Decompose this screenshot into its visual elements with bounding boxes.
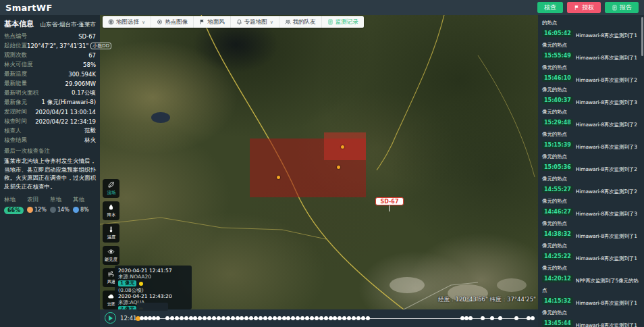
timeline-frame-dot[interactable] — [273, 316, 277, 320]
record-text: 的热点 — [542, 20, 557, 26]
timeline-frame-dot[interactable] — [300, 316, 304, 320]
popup-area: (0.08公顷) — [118, 287, 188, 293]
timeline-frame-dot[interactable] — [296, 316, 300, 320]
timeline-frame-dot[interactable] — [356, 316, 360, 320]
hotspot-marker[interactable]: SD-67 — [375, 197, 404, 205]
map-toolbar-item-我的队友[interactable]: 我的队友 — [279, 16, 322, 28]
timeline-frame-dot[interactable] — [291, 316, 295, 320]
timeline-frame-dot[interactable] — [468, 316, 473, 320]
timeline-frame-dot[interactable] — [366, 316, 370, 320]
timeline-frame-dot[interactable] — [361, 316, 365, 320]
record-item[interactable]: 15:46:10Himawari-8再次监测到了2像元的热点 — [542, 74, 641, 93]
record-item[interactable]: 14:25:22Himawari-8再次监测到了1像元的热点 — [542, 253, 641, 272]
timeline-frame-dot[interactable] — [226, 316, 230, 320]
timeline-frame-dot[interactable] — [531, 316, 535, 320]
timeline-frame-dot[interactable] — [282, 316, 286, 320]
layer-button-能见度[interactable]: 能见度 — [103, 246, 119, 265]
timeline-frame-dot[interactable] — [329, 316, 333, 320]
fire-pixel-dot[interactable] — [277, 176, 280, 179]
info-field-value: 范毅 — [84, 127, 96, 135]
map-canvas[interactable]: SD-67 地图选择∨热点图像地面风专题地图∨我的队友监测记录 流场降水温度能见… — [100, 15, 538, 309]
timeline-frame-dot[interactable] — [221, 316, 225, 320]
timeline-frame-dot[interactable] — [333, 316, 337, 320]
info-field-row: 发现时间2020/04/21 13:00:14 — [4, 107, 96, 117]
timeline-frame-dot[interactable] — [244, 316, 248, 320]
layer-button-温度[interactable]: 温度 — [103, 224, 119, 243]
landuse-percent-text: 14% — [57, 207, 70, 213]
timeline-frame-dot[interactable] — [217, 316, 221, 320]
info-header: 基本信息 山东省-烟台市-蓬莱市 — [4, 19, 96, 32]
timeline-frame-dot[interactable] — [268, 316, 272, 320]
map-toolbar-item-热点图像[interactable]: 热点图像 — [151, 16, 194, 28]
play-button[interactable] — [105, 312, 116, 324]
topbar-button-核查[interactable]: 核查 — [537, 2, 563, 13]
layer-button-降水[interactable]: 降水 — [103, 201, 119, 220]
timeline-frame-dot[interactable] — [352, 316, 356, 320]
record-item[interactable]: 14:46:27Himawari-8再次监测到了3像元的热点 — [542, 208, 641, 227]
fire-pixel-dot[interactable] — [337, 166, 340, 169]
timeline-frame-dot[interactable] — [286, 316, 290, 320]
fire-pixel-dot[interactable] — [341, 145, 344, 149]
timeline-frame-dot[interactable] — [193, 316, 197, 320]
record-item[interactable]: 14:38:32Himawari-8再次监测到了1像元的热点 — [542, 230, 641, 249]
record-item[interactable]: 15:05:36Himawari-8再次监测到了2像元的热点 — [542, 164, 641, 182]
info-field-value: 67 — [88, 52, 96, 59]
timeline-frame-dot[interactable] — [481, 316, 485, 320]
info-field-label: 观测次数 — [4, 51, 27, 59]
timeline-frame-dot[interactable] — [259, 316, 263, 320]
timeline-frame-dot[interactable] — [490, 316, 494, 320]
decimal-dd-toggle[interactable]: 小数DD — [90, 43, 111, 49]
timeline-frame-dot[interactable] — [249, 316, 253, 320]
timeline-frame-dot[interactable] — [198, 316, 202, 320]
timeline-frame-dot[interactable] — [231, 316, 235, 320]
timeline-frame-dot[interactable] — [277, 316, 281, 320]
timeline-frame-dot[interactable] — [305, 316, 309, 320]
timeline-frame-dot[interactable] — [165, 316, 169, 320]
timeline-frame-dot[interactable] — [254, 316, 258, 320]
record-item[interactable]: 14:15:32Himawari-8再次监测到了1像元的热点 — [542, 297, 641, 316]
timeline-frame-dot[interactable] — [184, 316, 188, 320]
record-item[interactable]: 15:29:48Himawari-8再次监测到了2像元的热点 — [542, 119, 641, 138]
record-item[interactable]: 15:15:39Himawari-8再次监测到了3像元的热点 — [542, 141, 641, 160]
timeline-frame-dot[interactable] — [203, 316, 207, 320]
record-item[interactable]: 16:05:42Himawari-8再次监测到了1像元的热点 — [542, 30, 641, 49]
map-toolbar-item-地面风[interactable]: 地面风 — [194, 16, 231, 28]
timeline-frame-dot[interactable] — [347, 316, 351, 320]
landuse-value: 12% — [27, 207, 50, 213]
timeline-frame-dot[interactable] — [207, 316, 211, 320]
flag-icon — [199, 19, 205, 25]
record-item[interactable]: 14:55:27Himawari-8再次监测到了2像元的热点 — [542, 186, 641, 205]
timeline-frame-dot[interactable] — [514, 316, 518, 320]
timeline-frame-dot[interactable] — [498, 316, 502, 320]
scrollbar[interactable] — [641, 17, 643, 56]
timeline-frame-dot[interactable] — [236, 316, 240, 320]
timeline-frame-dot[interactable] — [180, 316, 184, 320]
timeline-frame-dot[interactable] — [189, 316, 193, 320]
timeline-frame-dot[interactable] — [310, 316, 314, 320]
timeline-frame-dot[interactable] — [315, 316, 319, 320]
globe-icon — [108, 19, 114, 25]
info-field-value: SD-67 — [78, 33, 96, 40]
timeline-frame-dot[interactable] — [324, 316, 328, 320]
layer-button-流场[interactable]: 流场 — [103, 179, 119, 198]
timeline-frame-dot[interactable] — [319, 316, 323, 320]
record-item[interactable]: 的热点 — [542, 17, 641, 26]
record-item[interactable]: 15:40:37Himawari-8再次监测到了3像元的热点 — [542, 97, 641, 116]
timeline-frame-dot[interactable] — [170, 316, 174, 320]
timeline-frame-dot[interactable] — [212, 316, 216, 320]
record-item[interactable]: 14:20:12NPP再次监测到了5像元的热点 — [542, 275, 641, 294]
timeline-frame-dot[interactable] — [342, 316, 346, 320]
map-toolbar-item-监测记录[interactable]: 监测记录 — [322, 16, 364, 28]
timeline-frame-dot[interactable] — [175, 316, 179, 320]
record-item[interactable]: 13:45:44Himawari-8再次监测到了1像元的热点 — [542, 320, 641, 327]
timeline-frame-dot[interactable] — [338, 316, 342, 320]
map-toolbar-item-专题地图[interactable]: 专题地图∨ — [231, 16, 279, 28]
topbar-button-报告[interactable]: 报告 — [605, 2, 639, 13]
timeline-frame-dot[interactable] — [263, 316, 267, 320]
timeline-frame-dot[interactable] — [156, 316, 160, 320]
topbar-button-授权[interactable]: 授权 — [567, 2, 601, 13]
map-toolbar-item-地图选择[interactable]: 地图选择∨ — [103, 16, 151, 28]
timeline-frame-dot[interactable] — [240, 316, 244, 320]
info-field-value: 0.17公顷 — [72, 89, 96, 97]
record-item[interactable]: 15:55:49Himawari-8再次监测到了1像元的热点 — [542, 52, 641, 71]
